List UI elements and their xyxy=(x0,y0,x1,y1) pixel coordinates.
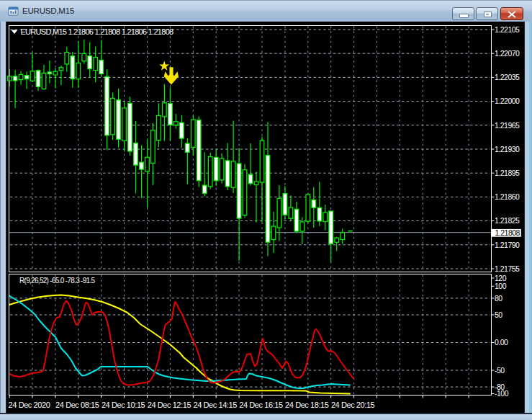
svg-text:24 Dec 20:15: 24 Dec 20:15 xyxy=(331,401,375,409)
svg-text:-100: -100 xyxy=(495,389,509,398)
svg-text:24 Dec 08:15: 24 Dec 08:15 xyxy=(55,401,99,409)
svg-text:1.21895: 1.21895 xyxy=(495,169,520,177)
svg-text:50: 50 xyxy=(495,310,502,319)
svg-text:24 Dec 18:15: 24 Dec 18:15 xyxy=(285,401,329,409)
svg-text:1.22070: 1.22070 xyxy=(495,49,520,58)
svg-text:1.21825: 1.21825 xyxy=(495,216,520,225)
svg-text:1.21755: 1.21755 xyxy=(495,264,520,273)
svg-text:120: 120 xyxy=(495,274,507,282)
svg-text:1.21790: 1.21790 xyxy=(495,241,520,249)
svg-text:100: 100 xyxy=(495,282,507,290)
svg-text:80: 80 xyxy=(495,294,502,303)
svg-text:24 Dec 14:15: 24 Dec 14:15 xyxy=(193,401,237,409)
svg-text:1.22105: 1.22105 xyxy=(495,25,520,34)
svg-text:1.21965: 1.21965 xyxy=(495,121,520,130)
svg-text:1.21860: 1.21860 xyxy=(495,192,520,201)
svg-text:24 Dec 16:15: 24 Dec 16:15 xyxy=(239,401,283,409)
svg-text:24 Dec 10:15: 24 Dec 10:15 xyxy=(102,401,145,409)
svg-text:1.22035: 1.22035 xyxy=(495,73,520,81)
svg-text:1.21930: 1.21930 xyxy=(495,145,520,153)
svg-text:1.22000: 1.22000 xyxy=(495,97,520,105)
svg-text:1.21808: 1.21808 xyxy=(495,228,520,237)
svg-text:-50: -50 xyxy=(495,366,505,375)
svg-text:24 Dec 12:15: 24 Dec 12:15 xyxy=(148,401,191,409)
svg-text:R(9,26,52) -65.0 -78.3 -91.5: R(9,26,52) -65.0 -78.3 -91.5 xyxy=(19,277,95,285)
svg-text:0.00: 0.00 xyxy=(495,338,508,347)
svg-text:EURUSD,M15 1.21806 1.21808 1.: EURUSD,M15 1.21806 1.21808 1.21806 1.218… xyxy=(21,27,174,36)
svg-text:24 Dec 2020: 24 Dec 2020 xyxy=(9,401,50,409)
